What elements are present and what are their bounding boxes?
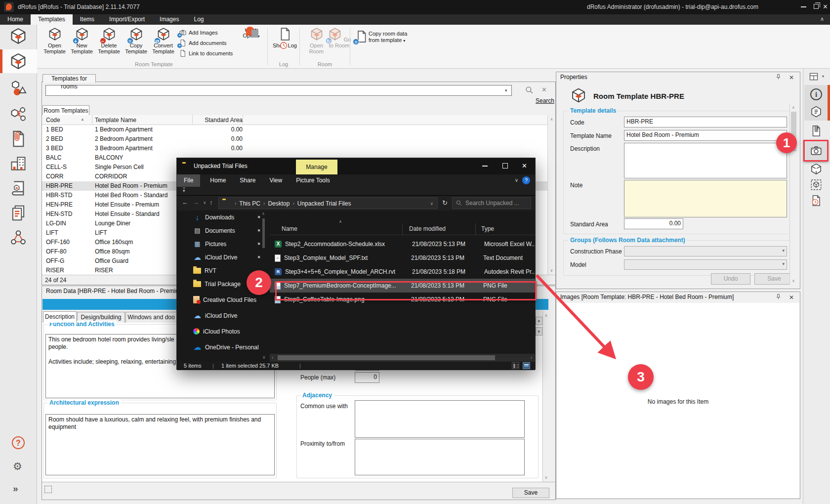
description-field[interactable]: [624, 143, 787, 178]
ribbon-template-button[interactable]: − Delete Template: [96, 27, 122, 61]
search-dropdown-icon[interactable]: ▾: [505, 88, 507, 93]
explorer-close-button[interactable]: ✕: [522, 162, 527, 169]
bounding-box-icon[interactable]: [810, 178, 824, 192]
clear-search-icon[interactable]: ✕: [541, 86, 547, 93]
nav-item[interactable]: iCloud Drive ✦: [177, 309, 268, 322]
nav-item[interactable]: Downloads ✦: [177, 210, 268, 224]
table-row[interactable]: 3 BED 3 Bedroom Apartment 0.00: [42, 144, 547, 153]
address-dropdown-icon[interactable]: ∨: [430, 201, 433, 206]
tab-description[interactable]: Description: [43, 311, 77, 323]
scrollbar-thumb[interactable]: [278, 355, 495, 360]
layout-dropdown-icon[interactable]: ▾: [822, 74, 824, 79]
covered-dropdown-stub[interactable]: ▾: [536, 317, 542, 325]
ribbon-expand-icon[interactable]: ∨: [515, 177, 518, 183]
back-icon[interactable]: ←: [182, 199, 188, 206]
file-row[interactable]: Step3+4+5+6_Complex_Model_ARCH.rvt 21/08…: [270, 265, 535, 279]
close-panel-icon[interactable]: ✕: [789, 294, 794, 301]
www-open-button[interactable]: www Open ▾: [238, 27, 264, 61]
common-use-textarea[interactable]: [355, 400, 525, 438]
nav-item[interactable]: Creative Cloud Files ✦: [177, 293, 268, 306]
people-max-field[interactable]: 0: [355, 372, 379, 383]
explorer-search-box[interactable]: Search Unpacked ...: [452, 197, 531, 209]
template-search-input[interactable]: [45, 85, 512, 96]
proximity-textarea[interactable]: [355, 439, 525, 475]
nav-item[interactable]: iCloud Photos ✦: [177, 325, 268, 338]
maximize-button[interactable]: [814, 4, 819, 9]
copy-room-data-button[interactable]: = Copy room data from template ▾: [355, 30, 413, 44]
sidebar-rooms-icon[interactable]: [9, 27, 28, 45]
settings-gear-icon[interactable]: ⚙: [13, 461, 22, 472]
column-header-code[interactable]: Code: [46, 117, 60, 124]
tab-home[interactable]: Home: [0, 14, 31, 25]
thumbnail-view-icon[interactable]: [523, 362, 530, 369]
undo-button[interactable]: Undo: [711, 273, 750, 285]
nav-item[interactable]: iCloud Drive ✦: [177, 251, 268, 264]
toolbar-customize-icon[interactable]: ▾: [183, 188, 185, 193]
expand-sidebar-icon[interactable]: »: [13, 483, 18, 494]
link-to-documents-button[interactable]: Link to documents: [179, 48, 233, 58]
explorer-minimize-button[interactable]: [482, 166, 488, 167]
horizontal-scrollbar[interactable]: ‹ ›: [270, 354, 535, 362]
recent-locations-icon[interactable]: ∨: [203, 200, 207, 205]
ribbon-template-button[interactable]: ⇄ Convert Template: [150, 27, 176, 61]
info-icon[interactable]: i: [810, 88, 822, 100]
close-panel-icon[interactable]: ✕: [789, 74, 794, 81]
sidebar-reports-icon[interactable]: [9, 204, 28, 222]
scroll-left-icon[interactable]: ‹: [272, 355, 273, 360]
file-row[interactable]: Step3_Complex_Model_SPF.txt 21/08/2023 5…: [270, 251, 535, 265]
table-row[interactable]: 1 BED 1 Bedroom Apartment 0.00: [42, 125, 547, 134]
scroll-up-icon[interactable]: ∧: [262, 211, 265, 216]
pin-icon[interactable]: [775, 73, 782, 82]
tab-images[interactable]: Images: [152, 14, 186, 25]
expand-icon[interactable]: [44, 486, 52, 493]
room-data-scrollbar[interactable]: ∧ ∨: [542, 311, 549, 482]
history-log-icon[interactable]: [810, 194, 824, 208]
breadcrumb-item[interactable]: Unpacked Trial Files: [296, 200, 352, 207]
ribbon-template-button[interactable]: Open Template: [42, 27, 68, 61]
breadcrumb-item[interactable]: This PC: [238, 200, 261, 207]
template-name-field[interactable]: Hotel Bed Room - Premium: [624, 130, 787, 141]
properties-scrollbar[interactable]: ∧ ∨: [789, 104, 797, 285]
refresh-icon[interactable]: ↻: [442, 199, 448, 207]
breadcrumb-bar[interactable]: ›This PC›Desktop›Unpacked Trial Files ∨: [218, 197, 438, 209]
file-menu[interactable]: File: [177, 174, 200, 187]
help-icon[interactable]: ?: [522, 176, 530, 184]
sidebar-catalog-icon[interactable]: [9, 179, 28, 198]
construction-phase-dropdown[interactable]: ▾: [624, 246, 787, 256]
sidebar-documents-icon[interactable]: [9, 129, 28, 148]
share-menu[interactable]: Share: [233, 174, 262, 187]
model-view-icon[interactable]: [810, 163, 824, 176]
go-to-room-button[interactable]: ↻ Go to Room: [326, 27, 352, 61]
add-documents-button[interactable]: + Add documents: [179, 38, 226, 47]
show-log-button[interactable]: Show Log: [272, 27, 298, 61]
table-row[interactable]: 2 BED 2 Bedroom Apartment 0.00: [42, 134, 547, 144]
search-icon[interactable]: [525, 85, 534, 96]
column-header-area[interactable]: Standard Area: [201, 117, 243, 124]
details-view-icon[interactable]: [512, 362, 519, 369]
sidebar-building-icon[interactable]: [9, 154, 28, 173]
column-header-date[interactable]: Date modified: [409, 225, 446, 232]
tab-log[interactable]: Log: [186, 14, 211, 25]
manage-contextual-tab[interactable]: Manage: [296, 160, 337, 174]
code-field[interactable]: HBR-PRE: [624, 117, 787, 127]
nav-item[interactable]: OneDrive - Personal ✦: [177, 340, 268, 354]
breadcrumb-item[interactable]: Desktop: [267, 200, 290, 207]
nav-collapse-icon[interactable]: ∨: [262, 355, 266, 360]
layout-icon[interactable]: [807, 72, 820, 83]
table-scrollbar[interactable]: ∧ ∨: [547, 115, 555, 275]
standard-area-field[interactable]: 0.00: [624, 218, 683, 229]
templates-for-rooms-tab[interactable]: Templates for rooms: [42, 74, 96, 83]
ribbon-template-button[interactable]: = Copy Template: [123, 27, 149, 61]
up-icon[interactable]: ↑: [209, 199, 213, 206]
explorer-maximize-button[interactable]: [502, 163, 508, 168]
pin-icon[interactable]: [775, 293, 782, 302]
tab-import-export[interactable]: Import/Export: [102, 14, 152, 25]
minimize-button[interactable]: [801, 6, 806, 7]
add-images-button[interactable]: + Add Images: [179, 28, 218, 37]
file-row[interactable]: Step2_Accommodation-Schedule.xlsx 21/08/…: [270, 237, 535, 251]
nav-item[interactable]: Documents ✦: [177, 224, 268, 237]
view-menu[interactable]: View: [262, 174, 289, 187]
home-menu[interactable]: Home: [203, 174, 233, 187]
scroll-right-icon[interactable]: ›: [531, 355, 532, 360]
covered-dropdown-stub[interactable]: ▾: [536, 327, 542, 336]
